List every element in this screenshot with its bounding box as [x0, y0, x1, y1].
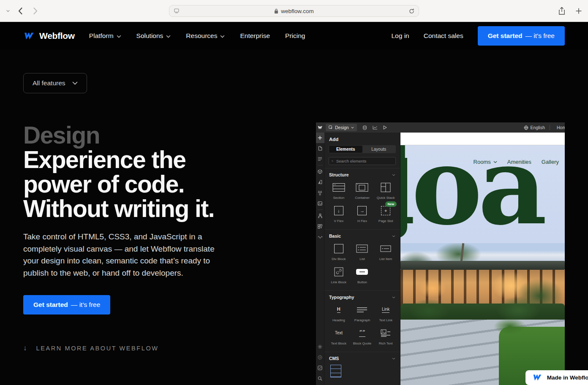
canvas-nav-amenities[interactable]: Amenities: [507, 159, 531, 165]
designer-canvas[interactable]: Rooms Amenities Gallery loa: [400, 133, 565, 385]
learn-more-link[interactable]: ↓ LEARN MORE ABOUT WEBFLOW: [23, 344, 251, 352]
components-button[interactable]: [316, 166, 324, 177]
tab-layouts[interactable]: Layouts: [362, 146, 396, 153]
webflow-w-icon: [23, 32, 36, 40]
reload-icon[interactable]: [409, 8, 414, 14]
section-header-cms[interactable]: CMS: [324, 352, 400, 363]
element-card-text-link[interactable]: Link Text Link: [374, 304, 397, 322]
checklist-button[interactable]: [316, 363, 324, 373]
section-header-basic[interactable]: Basic: [324, 229, 400, 241]
h-flex-icon: →: [357, 205, 367, 216]
chevron-down-icon: [392, 174, 395, 176]
language-selector[interactable]: English: [524, 125, 545, 130]
heading-icon: H: [337, 304, 340, 315]
section-header-typography[interactable]: Typography: [324, 290, 400, 302]
element-card-quick-stack[interactable]: Quick Stack: [374, 182, 397, 200]
canvas-brand-headline: loa: [400, 133, 543, 244]
apps-button[interactable]: [316, 221, 324, 232]
down-arrow-icon: ↓: [23, 344, 27, 352]
help-button[interactable]: ?: [316, 352, 324, 363]
pages-button[interactable]: [316, 143, 324, 154]
chevron-down-icon: [166, 35, 171, 38]
element-card-v-flex[interactable]: ↓ V Flex: [327, 205, 351, 223]
forward-button[interactable]: [33, 7, 38, 15]
all-features-dropdown[interactable]: All features: [23, 73, 87, 93]
element-card-list[interactable]: List: [351, 243, 374, 261]
new-tab-icon[interactable]: [575, 8, 582, 14]
nav-item-platform[interactable]: Platform: [89, 32, 121, 40]
globe-icon: [524, 125, 528, 130]
tab-elements[interactable]: Elements: [329, 146, 362, 153]
designer-toolbar: ?: [316, 133, 324, 385]
element-card-container[interactable]: Container: [351, 182, 374, 200]
get-started-button[interactable]: Get started — it’s free: [478, 26, 565, 46]
element-search[interactable]: [329, 157, 396, 165]
preview-play-icon[interactable]: [383, 125, 387, 130]
search-input[interactable]: [335, 158, 393, 164]
element-card-block-quote[interactable]: ”” Block Quote: [351, 328, 374, 345]
element-card-button[interactable]: Button: [351, 266, 374, 284]
canvas-nav-gallery[interactable]: Gallery: [542, 159, 559, 165]
cms-database-icon[interactable]: [362, 125, 367, 130]
collection-list-icon[interactable]: [330, 365, 341, 377]
webflow-logo[interactable]: Webflow: [23, 31, 75, 41]
add-panel-title: Add: [324, 133, 400, 145]
main-menu: Platform Solutions Resources Enterprise …: [89, 32, 305, 40]
element-card-h-flex[interactable]: → H Flex: [351, 205, 374, 223]
element-card-paragraph[interactable]: Paragraph: [351, 304, 374, 322]
element-card-text-block[interactable]: Text Text Block: [327, 328, 351, 345]
search-button[interactable]: [316, 373, 324, 384]
text-link-icon: Link: [382, 304, 389, 315]
design-mode-dropdown[interactable]: Design: [326, 124, 357, 131]
made-in-webflow-badge[interactable]: Made in Webflow: [525, 370, 588, 385]
chevron-down-icon[interactable]: [6, 9, 10, 13]
element-card-heading[interactable]: H Heading: [327, 304, 351, 322]
address-bar[interactable]: webflow.com: [169, 5, 419, 17]
canvas-house-photo: [400, 243, 565, 385]
nav-item-pricing[interactable]: Pricing: [285, 32, 305, 40]
search-icon: [332, 159, 333, 163]
element-card-link-block[interactable]: Link Block: [327, 266, 351, 284]
hero-paragraph: Take control of HTML5, CSS3, and JavaScr…: [23, 231, 224, 279]
element-card-div-block[interactable]: Div Block: [327, 243, 351, 261]
text-block-icon: Text: [335, 328, 343, 339]
assets-button[interactable]: [316, 198, 324, 209]
lock-icon: [274, 8, 278, 14]
section-header-structure[interactable]: Structure: [324, 168, 400, 179]
element-card-section[interactable]: Section: [327, 182, 351, 200]
settings-button[interactable]: [316, 342, 324, 352]
webflow-w-icon[interactable]: [316, 126, 324, 130]
element-card-page-slot[interactable]: New + Page Slot: [374, 205, 397, 223]
paragraph-icon: [356, 304, 368, 315]
page-selector[interactable]: Home: [555, 125, 565, 130]
navigator-button[interactable]: [316, 154, 324, 164]
login-link[interactable]: Log in: [392, 32, 409, 40]
chevron-down-icon: [220, 35, 225, 38]
libraries-button[interactable]: [316, 177, 324, 187]
divider: [318, 209, 323, 210]
interactions-button[interactable]: [316, 232, 324, 242]
canvas-nav-rooms[interactable]: Rooms: [474, 159, 497, 165]
contact-sales-link[interactable]: Contact sales: [424, 32, 463, 40]
svg-text:?: ?: [319, 356, 321, 359]
add-elements-button[interactable]: [316, 133, 324, 143]
logo-text: Webflow: [39, 31, 75, 41]
nav-item-resources[interactable]: Resources: [186, 32, 225, 40]
rich-text-icon: [380, 328, 392, 339]
add-panel-tabs: Elements Layouts: [329, 145, 396, 153]
canvas-site-topbar: [400, 133, 565, 145]
element-card-rich-text[interactable]: Rich Text: [374, 328, 397, 345]
styles-button[interactable]: [316, 187, 324, 198]
nav-item-solutions[interactable]: Solutions: [136, 32, 171, 40]
site-structure-button[interactable]: [316, 211, 324, 221]
design-cursor-icon: [329, 125, 333, 130]
share-icon[interactable]: [558, 7, 565, 15]
heading-category: Design: [23, 123, 251, 147]
analytics-chart-icon[interactable]: [373, 125, 378, 130]
section-icon: [332, 182, 346, 193]
nav-item-enterprise[interactable]: Enterprise: [240, 32, 270, 40]
back-button[interactable]: [18, 7, 23, 15]
hero-get-started-button[interactable]: Get started — it’s free: [23, 295, 110, 315]
element-card-list-item[interactable]: List Item: [374, 243, 397, 261]
chevron-down-icon: [392, 296, 395, 298]
